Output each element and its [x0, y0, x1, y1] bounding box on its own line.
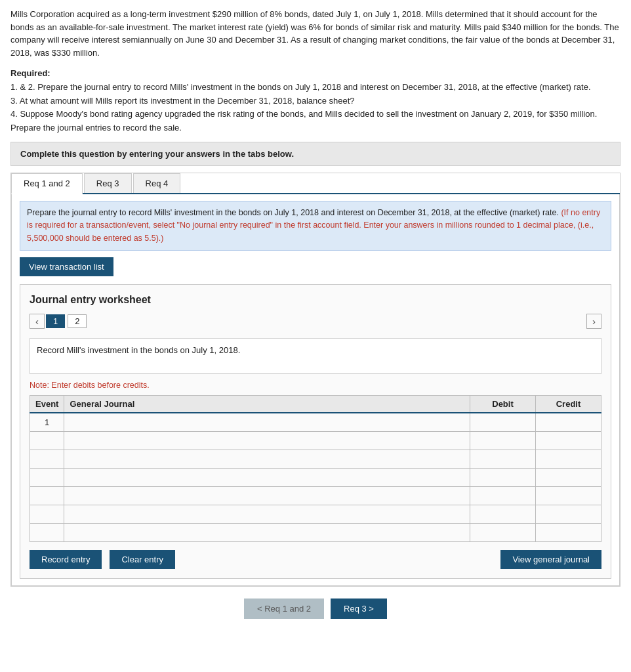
credit-input-4[interactable] — [536, 469, 601, 486]
table-row — [30, 523, 601, 541]
event-cell-3 — [30, 450, 64, 468]
journal-input-4[interactable] — [64, 469, 470, 486]
debit-cell-7[interactable] — [470, 523, 536, 541]
journal-input-3[interactable] — [64, 450, 470, 468]
next-tab-button[interactable]: Req 3 > — [331, 598, 387, 619]
tabs-container: Req 1 and 2 Req 3 Req 4 Prepare the jour… — [10, 173, 621, 587]
table-row — [30, 486, 601, 505]
event-cell-5 — [30, 486, 64, 505]
worksheet-nav: ‹ 1 2 › — [30, 314, 601, 329]
event-cell-4 — [30, 468, 64, 486]
credit-input-7[interactable] — [536, 524, 601, 541]
credit-cell-7[interactable] — [536, 523, 601, 541]
entry-description: Record Mill's investment in the bonds on… — [30, 338, 601, 374]
prev-tab-button[interactable]: < Req 1 and 2 — [244, 598, 324, 619]
credit-cell-6[interactable] — [536, 505, 601, 523]
journal-input-6[interactable] — [64, 505, 470, 523]
chevron-right-icon: › — [592, 316, 596, 327]
debit-cell-3[interactable] — [470, 450, 536, 468]
tabs-header: Req 1 and 2 Req 3 Req 4 — [11, 173, 620, 194]
required-section: Required: 1. & 2. Prepare the journal en… — [10, 67, 621, 135]
credit-input-5[interactable] — [536, 487, 601, 505]
bottom-nav: < Req 1 and 2 Req 3 > — [10, 598, 621, 619]
col-header-credit: Credit — [536, 396, 601, 413]
journal-input-7[interactable] — [64, 524, 470, 541]
debit-input-7[interactable] — [470, 524, 535, 541]
tab-req4[interactable]: Req 4 — [133, 173, 181, 193]
chevron-left-icon: ‹ — [35, 316, 39, 327]
instruction-main: Prepare the journal entry to record Mill… — [27, 208, 559, 217]
credit-input-1[interactable] — [536, 413, 601, 431]
journal-cell-5[interactable] — [64, 486, 470, 505]
tab-content: Prepare the journal entry to record Mill… — [11, 194, 620, 586]
journal-cell-1[interactable] — [64, 413, 470, 431]
journal-input-5[interactable] — [64, 487, 470, 505]
view-general-journal-button[interactable]: View general journal — [500, 550, 601, 569]
journal-cell-4[interactable] — [64, 468, 470, 486]
table-row — [30, 505, 601, 523]
col-header-event: Event — [30, 396, 64, 413]
required-label: Required: — [10, 68, 51, 78]
active-page-number[interactable]: 1 — [46, 314, 65, 328]
debit-cell-5[interactable] — [470, 486, 536, 505]
credit-cell-4[interactable] — [536, 468, 601, 486]
problem-paragraph: Mills Corporation acquired as a long-ter… — [10, 8, 621, 59]
req4-text: 4. Suppose Moody's bond rating agency up… — [10, 108, 621, 135]
next-page-button[interactable]: › — [586, 314, 601, 329]
action-buttons: Record entry Clear entry View general jo… — [30, 550, 601, 569]
table-row: 1 — [30, 413, 601, 431]
event-cell-7 — [30, 523, 64, 541]
tab-req1and2[interactable]: Req 1 and 2 — [11, 173, 83, 194]
journal-cell-2[interactable] — [64, 431, 470, 450]
event-cell-2 — [30, 431, 64, 450]
journal-title: Journal entry worksheet — [30, 294, 601, 306]
debit-input-5[interactable] — [470, 487, 535, 505]
debit-cell-1[interactable] — [470, 413, 536, 431]
debit-input-1[interactable] — [470, 413, 535, 431]
table-row — [30, 431, 601, 450]
journal-worksheet: Journal entry worksheet ‹ 1 2 › Record M… — [20, 284, 611, 579]
col-header-debit: Debit — [470, 396, 536, 413]
journal-cell-6[interactable] — [64, 505, 470, 523]
table-row — [30, 450, 601, 468]
table-row — [30, 468, 601, 486]
credit-input-3[interactable] — [536, 450, 601, 468]
req1-text: 1. & 2. Prepare the journal entry to rec… — [10, 81, 621, 94]
event-cell-6 — [30, 505, 64, 523]
journal-input-2[interactable] — [64, 432, 470, 450]
debit-input-6[interactable] — [470, 505, 535, 523]
journal-cell-3[interactable] — [64, 450, 470, 468]
journal-input-1[interactable] — [64, 413, 470, 431]
journal-table: Event General Journal Debit Credit 1 — [30, 395, 601, 542]
problem-text: Mills Corporation acquired as a long-ter… — [10, 8, 621, 59]
tab-req3[interactable]: Req 3 — [84, 173, 132, 193]
complete-banner: Complete this question by entering your … — [10, 142, 621, 166]
credit-cell-3[interactable] — [536, 450, 601, 468]
debit-cell-2[interactable] — [470, 431, 536, 450]
credit-input-6[interactable] — [536, 505, 601, 523]
debit-input-2[interactable] — [470, 432, 535, 450]
instruction-box: Prepare the journal entry to record Mill… — [20, 201, 611, 251]
inactive-page-number[interactable]: 2 — [68, 314, 87, 328]
debit-cell-6[interactable] — [470, 505, 536, 523]
event-cell-1: 1 — [30, 413, 64, 431]
view-transaction-button[interactable]: View transaction list — [20, 257, 113, 276]
col-header-journal: General Journal — [64, 396, 470, 413]
credit-input-2[interactable] — [536, 432, 601, 450]
debit-input-4[interactable] — [470, 469, 535, 486]
debit-input-3[interactable] — [470, 450, 535, 468]
credit-cell-5[interactable] — [536, 486, 601, 505]
debit-cell-4[interactable] — [470, 468, 536, 486]
note-text: Note: Enter debits before credits. — [30, 381, 601, 390]
req3-text: 3. At what amount will Mills report its … — [10, 94, 621, 108]
record-entry-button[interactable]: Record entry — [30, 550, 102, 569]
prev-page-button[interactable]: ‹ — [30, 314, 45, 329]
clear-entry-button[interactable]: Clear entry — [110, 550, 175, 569]
credit-cell-1[interactable] — [536, 413, 601, 431]
journal-cell-7[interactable] — [64, 523, 470, 541]
credit-cell-2[interactable] — [536, 431, 601, 450]
